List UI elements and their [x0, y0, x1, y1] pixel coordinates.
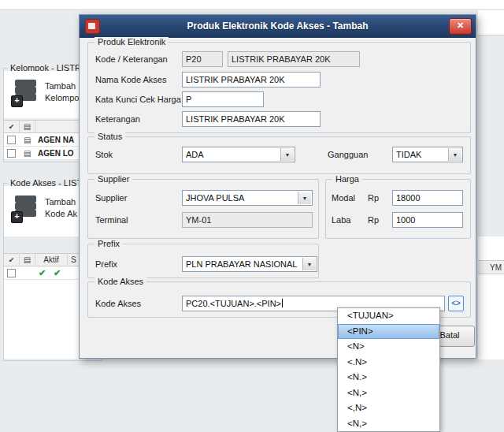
insert-placeholder-button[interactable]: <>	[448, 296, 464, 311]
add-kelompok-label-2: Kelompok	[45, 92, 83, 104]
placeholder-popup: <TUJUAN> <PIN> <N> <.N> <N.> <N,> <,N> <…	[337, 307, 440, 432]
laba-input[interactable]: 1000	[392, 212, 463, 228]
modal-label: Modal	[332, 190, 355, 206]
popup-item-tujuan[interactable]: <TUJUAN>	[338, 308, 439, 324]
gangguan-value: TIDAK	[396, 147, 448, 162]
gangguan-select[interactable]: TIDAK ▼	[392, 147, 463, 162]
select-column-header[interactable]: ✔	[4, 254, 20, 266]
popup-item-n-dot[interactable]: <N.>	[338, 370, 439, 385]
dialog-titlebar[interactable]: Produk Elektronik Kode Akses - Tambah ✕	[80, 15, 476, 38]
dialog-title: Produk Elektronik Kode Akses - Tambah	[80, 15, 476, 37]
window-top-strip	[0, 0, 504, 10]
group-title: Status	[94, 132, 125, 141]
add-kode-akses-label-1: Tambah	[45, 196, 77, 208]
layers-icon: ▤	[24, 150, 31, 158]
layers-icon: ▤	[24, 256, 31, 264]
group-title: Harga	[332, 174, 362, 184]
group-supplier: Supplier	[87, 179, 319, 239]
select-column-header[interactable]: ✔	[4, 121, 20, 132]
stok-select[interactable]: ADA ▼	[182, 147, 295, 162]
group-title: Kode Akses	[94, 277, 146, 286]
popup-item-comma-n[interactable]: <,N>	[338, 400, 439, 416]
right-column-label: YM	[478, 263, 502, 272]
popup-item-pin-selected[interactable]: <PIN>	[338, 324, 439, 340]
modal-currency-label: Rp	[368, 190, 379, 206]
check-icon: ✔	[9, 123, 15, 131]
app-window: Kelompok - LISTRI + Tambah Kelompok ✔ ▤ …	[0, 0, 504, 432]
prefix-value: PLN PRABAYAR NASIONAL	[186, 257, 302, 271]
supplier-value: JHOVA PULSA	[186, 191, 298, 205]
right-table-header: YM	[478, 260, 504, 274]
text-cursor	[282, 299, 283, 307]
chevron-down-icon[interactable]: ▼	[448, 148, 461, 161]
prefix-label: Prefix	[95, 256, 117, 272]
aktif-check-icon: ✔	[39, 268, 46, 278]
aktif-column-label: Aktif	[43, 255, 58, 264]
row-checkbox[interactable]	[7, 136, 16, 144]
kelompok-row-name: AGEN LO	[38, 149, 74, 158]
popup-item-n-comma[interactable]: <N,>	[338, 385, 439, 401]
status-column-label: S	[71, 255, 76, 264]
stok-label: Stok	[95, 147, 113, 162]
add-kelompok-icon[interactable]: +	[13, 77, 39, 107]
popup-item-n[interactable]: <N>	[338, 339, 439, 355]
plus-icon: +	[11, 211, 23, 223]
stok-value: ADA	[186, 147, 280, 162]
group-title: Prefix	[94, 239, 123, 248]
prefix-select[interactable]: PLN PRABAYAR NASIONAL ▼	[182, 256, 317, 272]
kode-keterangan-label: Kode / Keterangan	[95, 51, 168, 67]
kode-akses-value: PC20.<TUJUAN>.<PIN>	[186, 299, 281, 308]
supplier-label: Supplier	[95, 190, 127, 206]
group-harga: Harga	[325, 179, 471, 239]
add-kode-akses-icon[interactable]: +	[13, 193, 39, 223]
group-column-header[interactable]: ▤	[20, 121, 35, 132]
close-button[interactable]: ✕	[449, 18, 472, 35]
row-checkbox[interactable]	[7, 269, 16, 277]
chevron-down-icon[interactable]: ▼	[302, 258, 316, 270]
modal-input[interactable]: 18000	[392, 190, 463, 206]
nama-kode-akses-input[interactable]: LISTRIK PRABAYAR 20K	[182, 72, 321, 88]
add-kode-akses-button[interactable]: Tambah Kode Ak	[45, 196, 77, 220]
group-column-header[interactable]: ▤	[20, 254, 35, 266]
supplier-select[interactable]: JHOVA PULSA ▼	[182, 190, 313, 206]
chevron-down-icon[interactable]: ▼	[298, 192, 311, 204]
layers-icon: ▤	[24, 123, 31, 131]
keterangan-label: Keterangan	[95, 111, 140, 127]
close-icon: ✕	[457, 20, 464, 30]
kata-kunci-label: Kata Kunci Cek Harga	[95, 91, 181, 107]
group-title: Produk Elektronik	[94, 37, 169, 47]
status-check-icon: ✔	[54, 268, 61, 278]
nama-kode-akses-label: Nama Kode Akses	[95, 72, 167, 88]
background-panel-top-right	[478, 10, 504, 35]
row-checkbox[interactable]	[7, 149, 16, 158]
laba-label: Laba	[332, 212, 350, 228]
chevron-down-icon[interactable]: ▼	[280, 148, 294, 161]
gangguan-label: Gangguan	[328, 147, 368, 162]
kode-desc-field: LISTRIK PRABAYAR 20K	[228, 51, 360, 67]
kode-field: P20	[182, 51, 223, 67]
kode-akses-label: Kode Akses	[95, 296, 141, 311]
terminal-field: YM-01	[182, 212, 313, 228]
layers-icon: ▤	[24, 136, 31, 144]
kelompok-row-name: AGEN NA	[38, 136, 74, 144]
check-icon: ✔	[9, 256, 15, 264]
group-title: Supplier	[94, 174, 132, 184]
popup-item-n-comma-2[interactable]: <N,>	[338, 416, 439, 432]
popup-item-dot-n[interactable]: <.N>	[338, 355, 439, 371]
add-kode-akses-label-2: Kode Ak	[45, 208, 77, 220]
terminal-label: Terminal	[95, 212, 128, 228]
add-kelompok-label-1: Tambah	[45, 80, 83, 92]
plus-icon: +	[11, 95, 23, 107]
add-kelompok-button[interactable]: Tambah Kelompok	[45, 80, 83, 104]
background-table-right	[478, 236, 504, 359]
laba-currency-label: Rp	[368, 212, 379, 228]
kata-kunci-input[interactable]: P	[182, 91, 264, 107]
aktif-column-header[interactable]: Aktif	[35, 254, 68, 266]
keterangan-input[interactable]: LISTRIK PRABAYAR 20K	[182, 111, 321, 127]
